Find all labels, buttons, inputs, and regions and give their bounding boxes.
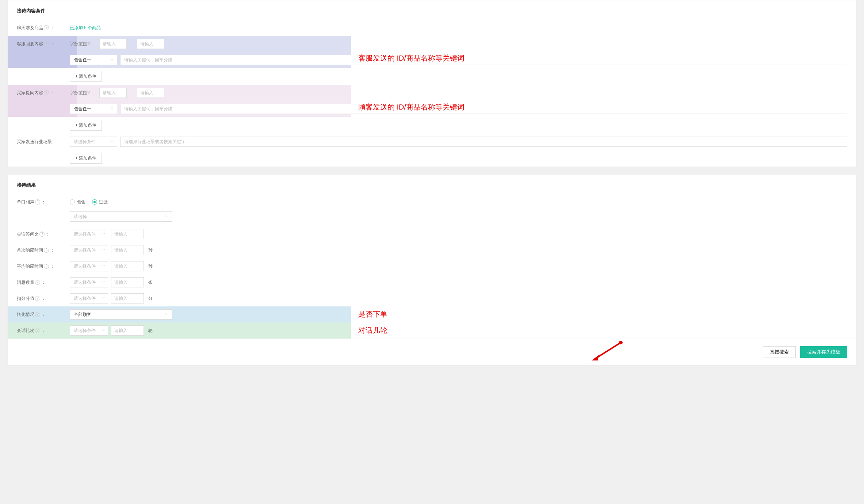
row-rounds: 会话轮次? ： 请选择条件﹀ 轮 对话几轮 (8, 322, 856, 339)
msg-count-input[interactable] (111, 277, 144, 287)
chevron-down-icon: ﹀ (165, 312, 169, 317)
convert-label: 转化情况 (17, 312, 34, 317)
row-deduct: 扣分分值? ： 请选择条件﹀ 分 (8, 290, 856, 306)
row-buyer-q-keyword: 包含任一﹀ 顾客发送的 ID/商品名称等关键词 (8, 101, 856, 117)
cs-wordrange-min-input[interactable] (99, 39, 127, 49)
rounds-input[interactable] (111, 325, 144, 336)
first-resp-cond-select[interactable]: 请选择条件﹀ (70, 245, 108, 255)
annotation-cs: 客服发送的 ID/商品名称等关键词 (358, 53, 465, 63)
section-title-conditions: 接待内容条件 (8, 0, 856, 20)
buyer-keyword-input[interactable] (120, 104, 847, 114)
wordrange-label: 字数范围 (70, 90, 87, 95)
row-danko-select: 请选择﹀ (8, 210, 856, 226)
deduct-label: 扣分分值 (17, 296, 34, 301)
annotation-buyer: 顾客发送的 ID/商品名称等关键词 (358, 102, 465, 112)
row-avg-resp: 平均响应时间? ： 请选择条件﹀ 秒 (8, 258, 856, 274)
direct-search-button[interactable]: 直接搜索 (763, 346, 796, 358)
buyer-q-label: 买家提问内容 (17, 90, 43, 95)
row-buyer-add: + 添加条件 (8, 117, 856, 134)
help-icon[interactable]: ? (44, 25, 49, 30)
avg-resp-label: 平均响应时间 (17, 264, 43, 269)
help-icon[interactable]: ? (39, 232, 45, 237)
row-convert: 转化情况? ： 全部顾客﹀ 是否下单 (8, 306, 856, 322)
scene-input[interactable] (120, 137, 847, 147)
first-resp-label: 首次响应时间 (17, 248, 43, 253)
danko-select[interactable]: 请选择﹀ (70, 211, 172, 222)
chevron-down-icon: ﹀ (102, 280, 106, 285)
help-icon[interactable]: ? (44, 41, 49, 46)
buyer-wordrange-max-input[interactable] (137, 88, 164, 98)
help-icon[interactable]: ? (87, 41, 90, 46)
row-danko: 单口相声? ： 包含 过滤 (8, 194, 856, 210)
row-first-resp: 首次响应时间? ： 请选择条件﹀ 秒 (8, 242, 856, 258)
chevron-down-icon: ﹀ (110, 139, 114, 144)
buyer-wordrange-min-input[interactable] (99, 88, 127, 98)
convert-select[interactable]: 全部顾客﹀ (70, 309, 172, 320)
row-chat-products: 聊天涉及商品? ： 已添加 5 个商品 (8, 20, 856, 36)
chevron-down-icon: ﹀ (165, 214, 169, 219)
annotation-rounds: 对话几轮 (358, 325, 387, 335)
answer-ratio-label: 会话答问比 (17, 232, 39, 237)
help-icon[interactable]: ? (35, 199, 40, 205)
footer-bar: 直接搜索 搜索并存为模板 (8, 339, 856, 365)
wordrange-label: 字数范围 (70, 41, 87, 46)
cs-reply-label: 客服回复内容 (17, 41, 43, 46)
help-icon[interactable]: ? (35, 296, 40, 301)
chevron-down-icon: ﹀ (102, 264, 106, 269)
row-msg-count: 消息数量? ： 请选择条件﹀ 条 (8, 274, 856, 290)
chevron-down-icon: ﹀ (102, 248, 106, 253)
scene-cond-select[interactable]: 请选择条件﹀ (70, 137, 117, 147)
chevron-down-icon: ﹀ (110, 106, 114, 111)
chat-products-label: 聊天涉及商品 (17, 25, 43, 30)
chevron-down-icon: ﹀ (110, 57, 114, 62)
cs-wordrange-max-input[interactable] (137, 39, 164, 49)
section-title-results: 接待结果 (8, 175, 856, 194)
svg-point-0 (619, 341, 623, 344)
avg-resp-cond-select[interactable]: 请选择条件﹀ (70, 261, 108, 271)
chevron-down-icon: ﹀ (102, 232, 106, 237)
unit-items: 条 (148, 279, 153, 286)
unit-points: 分 (148, 295, 153, 302)
danko-radio-include[interactable]: 包含 (70, 199, 85, 205)
svg-marker-2 (592, 355, 599, 360)
scene-add-condition-button[interactable]: + 添加条件 (70, 153, 102, 164)
help-icon[interactable]: ? (44, 264, 49, 269)
rounds-cond-select[interactable]: 请选择条件﹀ (70, 325, 108, 336)
rounds-label: 会话轮次 (17, 328, 34, 333)
cs-contain-select[interactable]: 包含任一﹀ (70, 55, 117, 65)
help-icon[interactable]: ? (87, 90, 90, 95)
msg-count-label: 消息数量 (17, 280, 34, 285)
search-save-template-button[interactable]: 搜索并存为模板 (800, 346, 847, 358)
help-icon[interactable]: ? (44, 248, 49, 253)
annotation-convert: 是否下单 (358, 309, 387, 319)
msg-count-cond-select[interactable]: 请选择条件﹀ (70, 277, 108, 287)
answer-ratio-input[interactable] (111, 229, 144, 239)
danko-radio-filter[interactable]: 过滤 (92, 199, 108, 205)
help-icon[interactable]: ? (35, 312, 40, 317)
help-icon[interactable]: ? (35, 328, 40, 333)
products-link[interactable]: 已添加 5 个商品 (70, 25, 101, 31)
first-resp-input[interactable] (111, 245, 144, 255)
help-icon[interactable]: ? (44, 90, 49, 95)
row-answer-ratio: 会话答问比? ： 请选择条件﹀ (8, 226, 856, 242)
row-buyer-q: 买家提问内容? ： 字数范围?： - (8, 85, 856, 101)
danko-label: 单口相声 (17, 199, 34, 205)
cs-add-condition-button[interactable]: + 添加条件 (70, 71, 102, 82)
unit-rounds: 轮 (148, 328, 153, 334)
chevron-down-icon: ﹀ (102, 296, 106, 301)
buyer-contain-select[interactable]: 包含任一﹀ (70, 104, 117, 114)
deduct-cond-select[interactable]: 请选择条件﹀ (70, 293, 108, 303)
row-buyer-scene: 买家发送行业场景： 请选择条件﹀ (8, 134, 856, 150)
row-cs-reply-keyword: 包含任一﹀ 客服发送的 ID/商品名称等关键词 (8, 52, 856, 68)
arrow-annotation-icon (590, 340, 623, 362)
unit-seconds: 秒 (148, 263, 153, 270)
deduct-input[interactable] (111, 293, 144, 303)
cs-keyword-input[interactable] (120, 55, 847, 65)
row-cs-reply: 客服回复内容? ： 字数范围?： - (8, 36, 856, 52)
avg-resp-input[interactable] (111, 261, 144, 271)
chevron-down-icon: ﹀ (102, 328, 106, 333)
answer-ratio-cond-select[interactable]: 请选择条件﹀ (70, 229, 108, 239)
help-icon[interactable]: ? (35, 280, 40, 285)
buyer-add-condition-button[interactable]: + 添加条件 (70, 120, 102, 131)
svg-line-1 (595, 343, 621, 359)
